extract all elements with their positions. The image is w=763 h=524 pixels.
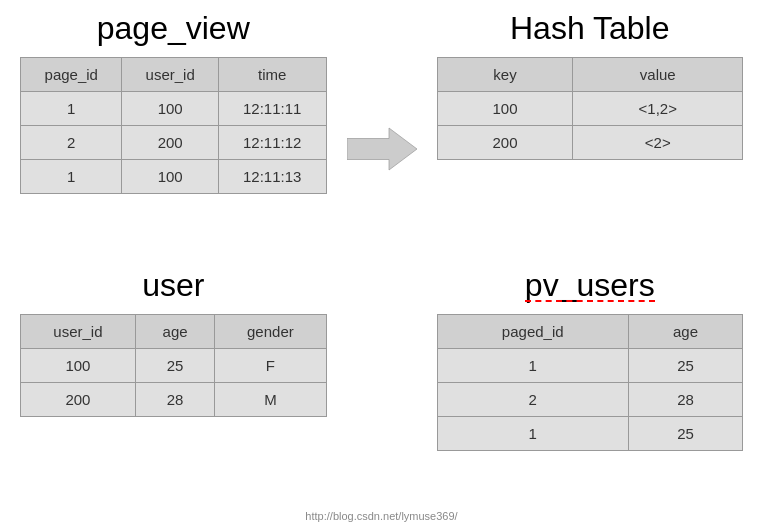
col-age: age [135, 315, 214, 349]
table-row: 125 [437, 417, 743, 451]
user-section: user user_id age gender 10025F20028M [20, 267, 327, 514]
table-cell: 2 [21, 126, 122, 160]
table-cell: 200 [437, 126, 573, 160]
page-view-table: page_id user_id time 110012:11:11220012:… [20, 57, 327, 194]
table-row: 200<2> [437, 126, 743, 160]
table-cell: 100 [122, 92, 218, 126]
table-cell: 25 [135, 349, 214, 383]
bottom-placeholder [337, 267, 427, 514]
table-cell: M [215, 383, 326, 417]
table-cell: F [215, 349, 326, 383]
col-gender: gender [215, 315, 326, 349]
table-cell: 1 [21, 92, 122, 126]
table-cell: 100 [122, 160, 218, 194]
pv-users-table: paged_id age 125228125 [437, 314, 744, 451]
table-cell: 12:11:12 [218, 126, 326, 160]
col-paged-id: paged_id [437, 315, 628, 349]
hash-table-section: Hash Table key value 100<1,2>200<2> [437, 10, 744, 257]
table-row: 125 [437, 349, 743, 383]
table-cell: <2> [573, 126, 743, 160]
table-cell: 12:11:11 [218, 92, 326, 126]
col-value: value [573, 58, 743, 92]
table-cell: 200 [122, 126, 218, 160]
table-row: 100<1,2> [437, 92, 743, 126]
table-cell: 25 [628, 417, 742, 451]
pv-users-title: pv_users [525, 267, 655, 304]
hash-table-title: Hash Table [510, 10, 670, 47]
col-user-id: user_id [122, 58, 218, 92]
table-cell: 28 [628, 383, 742, 417]
table-row: 110012:11:13 [21, 160, 327, 194]
col-user-id2: user_id [21, 315, 136, 349]
hash-table: key value 100<1,2>200<2> [437, 57, 744, 160]
table-cell: 1 [437, 417, 628, 451]
table-row: 10025F [21, 349, 327, 383]
table-row: 20028M [21, 383, 327, 417]
table-row: 220012:11:12 [21, 126, 327, 160]
table-cell: 200 [21, 383, 136, 417]
table-cell: 25 [628, 349, 742, 383]
col-age2: age [628, 315, 742, 349]
table-row: 110012:11:11 [21, 92, 327, 126]
col-time: time [218, 58, 326, 92]
page-view-section: page_view page_id user_id time 110012:11… [20, 10, 327, 257]
table-cell: 28 [135, 383, 214, 417]
col-page-id: page_id [21, 58, 122, 92]
page-view-title: page_view [97, 10, 250, 47]
table-row: 228 [437, 383, 743, 417]
pv-users-section: pv_users paged_id age 125228125 [437, 267, 744, 514]
arrow-container [337, 10, 427, 257]
table-cell: 100 [21, 349, 136, 383]
arrow-icon [347, 124, 417, 174]
svg-marker-0 [347, 128, 417, 170]
table-cell: 2 [437, 383, 628, 417]
table-cell: 1 [21, 160, 122, 194]
user-title: user [142, 267, 204, 304]
table-cell: 12:11:13 [218, 160, 326, 194]
table-cell: 100 [437, 92, 573, 126]
col-key: key [437, 58, 573, 92]
watermark: http://blog.csdn.net/lymuse369/ [305, 510, 457, 522]
table-cell: 1 [437, 349, 628, 383]
table-cell: <1,2> [573, 92, 743, 126]
user-table: user_id age gender 10025F20028M [20, 314, 327, 417]
